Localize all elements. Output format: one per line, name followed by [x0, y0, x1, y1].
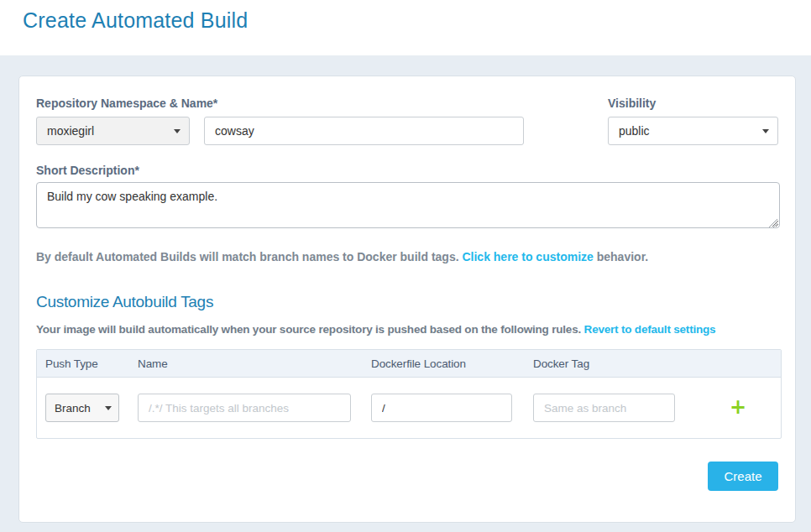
dockerfile-location-input[interactable] [371, 394, 512, 422]
header-docker-tag: Docker Tag [533, 357, 711, 370]
customize-autobuild-tags-heading: Customize Autobuild Tags [36, 293, 778, 311]
repo-visibility-row: Repository Namespace & Name* moxiegirl V… [36, 96, 778, 145]
push-type-select-value: Branch [55, 402, 91, 415]
default-note-suffix: behavior. [597, 250, 648, 263]
visibility-select[interactable]: public [608, 117, 778, 145]
branch-name-input[interactable] [138, 394, 351, 422]
chevron-down-icon [762, 129, 769, 133]
visibility-select-value: public [619, 124, 650, 138]
push-type-select[interactable]: Branch [45, 394, 119, 422]
page-background: Create Automated Build Repository Namesp… [0, 0, 811, 532]
repo-name-input[interactable] [204, 117, 524, 145]
page-header: Create Automated Build [0, 0, 811, 55]
autobuild-note-text: Your image will build automatically when… [36, 323, 581, 336]
rules-table-row: Branch + [37, 378, 781, 438]
autobuild-rules-table: Push Type Name Dockerfile Location Docke… [36, 349, 782, 439]
repo-namespace-name-label: Repository Namespace & Name* [36, 96, 524, 110]
default-behavior-note: By default Automated Builds will match b… [36, 250, 778, 263]
header-push-type: Push Type [45, 357, 138, 370]
create-build-form-card: Repository Namespace & Name* moxiegirl V… [18, 76, 796, 523]
short-description-label: Short Description* [36, 164, 778, 177]
header-dockerfile-location: Dockerfile Location [371, 357, 533, 370]
short-description-textarea[interactable]: Build my cow speaking example. [36, 182, 780, 228]
namespace-select-value: moxiegirl [47, 124, 94, 138]
header-name: Name [138, 357, 371, 370]
form-actions: Create [708, 462, 778, 491]
chevron-down-icon [174, 129, 181, 133]
default-note-text: By default Automated Builds will match b… [36, 250, 459, 263]
namespace-select[interactable]: moxiegirl [36, 117, 190, 145]
revert-default-settings-link[interactable]: Revert to default settings [584, 323, 716, 336]
rules-table-header: Push Type Name Dockerfile Location Docke… [37, 350, 781, 378]
chevron-down-icon [105, 406, 112, 410]
autobuild-rules-note: Your image will build automatically when… [36, 323, 778, 336]
short-description-block: Short Description* Build my cow speaking… [36, 164, 778, 232]
visibility-label: Visibility [608, 96, 778, 110]
create-button[interactable]: Create [708, 462, 778, 491]
add-rule-plus-icon[interactable]: + [730, 399, 746, 415]
customize-behavior-link[interactable]: Click here to customize [462, 250, 593, 263]
page-title: Create Automated Build [23, 8, 811, 33]
docker-tag-input[interactable] [533, 394, 675, 422]
